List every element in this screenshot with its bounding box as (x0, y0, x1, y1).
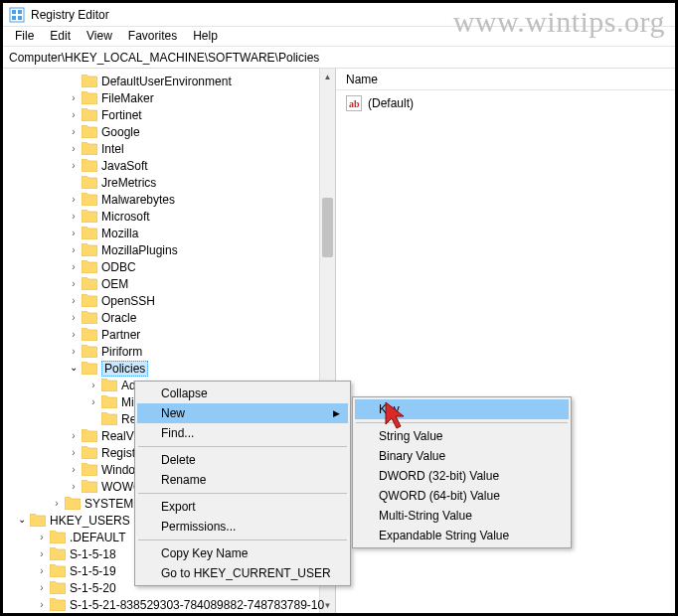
folder-icon (50, 564, 66, 577)
app-icon (9, 7, 25, 23)
tree-node[interactable]: ›Google (3, 123, 335, 140)
expand-icon[interactable]: › (68, 160, 80, 172)
tree-node[interactable]: ›Microsoft (3, 208, 335, 225)
expand-icon[interactable]: › (36, 582, 48, 594)
folder-icon (82, 227, 97, 239)
ctx-delete[interactable]: Delete (137, 450, 348, 470)
sub-qword[interactable]: QWORD (64-bit) Value (355, 486, 569, 506)
folder-icon (82, 193, 97, 206)
ctx-permissions[interactable]: Permissions... (137, 517, 348, 537)
tree-node-label: Fortinet (101, 108, 142, 122)
tree-node-label: MozillaPlugins (101, 243, 178, 257)
expand-icon[interactable]: › (68, 126, 80, 138)
tree-node[interactable]: ›S-1-5-21-838529303-784089882-748783789-… (3, 596, 335, 613)
tree-node-label: HKEY_USERS (50, 514, 130, 528)
tree-node[interactable]: ›JreMetrics (3, 174, 335, 191)
expand-icon[interactable]: › (36, 565, 48, 577)
tree-node[interactable]: ›Malwarebytes (3, 191, 335, 208)
tree-node[interactable]: ›OEM (3, 275, 335, 292)
folder-icon (50, 531, 66, 543)
sub-expstring[interactable]: Expandable String Value (355, 526, 569, 545)
ctx-rename[interactable]: Rename (137, 470, 348, 490)
ctx-go-hkcu[interactable]: Go to HKEY_CURRENT_USER (137, 563, 348, 583)
menu-view[interactable]: View (79, 27, 120, 46)
tree-node[interactable]: ›Partner (3, 326, 335, 343)
sub-key[interactable]: Key (355, 399, 569, 419)
tree-node[interactable]: ›Mozilla (3, 225, 335, 241)
expand-icon[interactable]: › (68, 447, 80, 459)
expand-icon[interactable]: › (87, 396, 99, 408)
folder-icon (82, 328, 97, 341)
expand-icon[interactable]: › (68, 211, 80, 223)
expand-icon[interactable]: › (36, 548, 48, 560)
expand-icon[interactable]: › (68, 481, 80, 493)
ctx-collapse[interactable]: Collapse (137, 384, 348, 403)
expand-icon[interactable]: › (36, 599, 48, 611)
sub-dword[interactable]: DWORD (32-bit) Value (355, 466, 569, 486)
expand-icon[interactable]: › (68, 143, 80, 155)
folder-icon (82, 446, 97, 459)
tree-node-label: Partner (101, 328, 140, 342)
separator (356, 422, 568, 423)
ctx-copykeyname[interactable]: Copy Key Name (137, 543, 348, 563)
value-row[interactable]: (Default) (346, 94, 665, 112)
folder-icon (50, 598, 66, 611)
tree-node[interactable]: ›DefaultUserEnvironment (3, 73, 335, 89)
tree-node[interactable]: ⌄Policies (3, 360, 335, 377)
sub-string[interactable]: String Value (355, 426, 569, 446)
folder-icon (82, 75, 97, 87)
menubar: File Edit View Favorites Help (3, 27, 675, 47)
expand-icon[interactable]: › (68, 464, 80, 476)
menu-favorites[interactable]: Favorites (120, 27, 185, 46)
tree-node-label: .DEFAULT (70, 531, 125, 544)
expand-icon[interactable]: › (68, 295, 80, 307)
tree-node-label: Piriform (101, 345, 142, 359)
submenu-arrow-icon: ▶ (333, 408, 340, 418)
expand-icon[interactable]: › (68, 261, 80, 273)
expand-icon[interactable]: › (36, 532, 48, 543)
tree-node[interactable]: ›Oracle (3, 309, 335, 326)
value-name: (Default) (368, 96, 414, 110)
expand-icon[interactable]: › (68, 346, 80, 358)
expand-icon[interactable]: › (51, 498, 63, 510)
expand-icon[interactable]: › (68, 194, 80, 206)
expand-icon[interactable]: › (68, 109, 80, 121)
expand-icon[interactable]: › (68, 92, 80, 104)
tree-node[interactable]: ›Intel (3, 140, 335, 157)
menu-edit[interactable]: Edit (42, 27, 79, 46)
tree-node[interactable]: ›JavaSoft (3, 157, 335, 174)
tree-node[interactable]: ›ODBC (3, 258, 335, 275)
collapse-icon[interactable]: ⌄ (16, 514, 28, 526)
folder-icon (82, 108, 97, 121)
sub-multistring[interactable]: Multi-String Value (355, 506, 569, 526)
tree-node-label: Mozilla (101, 227, 138, 240)
tree-node[interactable]: ›Fortinet (3, 106, 335, 123)
tree-node[interactable]: ›OpenSSH (3, 292, 335, 309)
tree-node-label: JreMetrics (101, 176, 156, 190)
ctx-new-label: New (161, 406, 185, 420)
ctx-export[interactable]: Export (137, 497, 348, 517)
tree-node[interactable]: ›FileMaker (3, 89, 335, 106)
expand-icon[interactable]: › (87, 380, 99, 391)
tree-node-label: Google (101, 125, 140, 139)
expand-icon[interactable]: › (68, 312, 80, 324)
folder-icon (50, 581, 66, 594)
menu-help[interactable]: Help (185, 27, 226, 46)
folder-icon (30, 514, 46, 527)
path-input[interactable] (7, 50, 671, 66)
tree-node[interactable]: ›Piriform (3, 343, 335, 360)
expand-icon[interactable]: › (68, 244, 80, 256)
tree-node-label: OEM (101, 277, 128, 291)
ctx-find[interactable]: Find... (137, 423, 348, 443)
column-header-name[interactable]: Name (336, 69, 675, 90)
menu-file[interactable]: File (7, 27, 42, 46)
expand-icon[interactable]: › (68, 278, 80, 290)
expand-icon[interactable]: › (68, 430, 80, 442)
folder-icon (82, 125, 97, 138)
expand-icon[interactable]: › (68, 228, 80, 239)
tree-node[interactable]: ›MozillaPlugins (3, 241, 335, 258)
expand-icon[interactable]: › (68, 329, 80, 341)
ctx-new[interactable]: New ▶ (137, 403, 348, 423)
collapse-icon[interactable]: ⌄ (68, 362, 80, 374)
sub-binary[interactable]: Binary Value (355, 446, 569, 466)
